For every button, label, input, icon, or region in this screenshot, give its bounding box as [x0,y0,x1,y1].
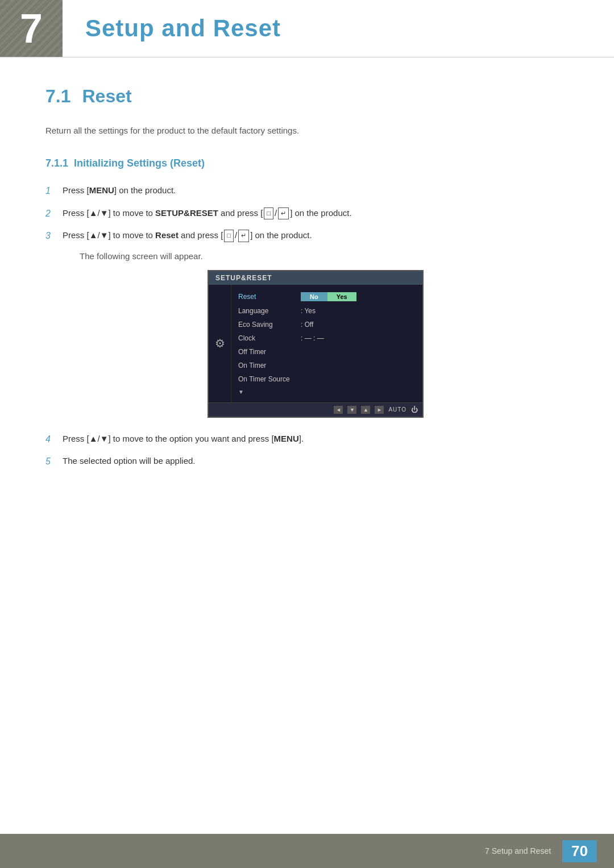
step-number-3: 3 [45,229,63,243]
step-number-2: 2 [45,206,63,221]
section-heading: 7.1Reset [45,86,569,107]
menu-item-reset: Reset No Yes [231,289,422,304]
menu-item-ontimersource: On Timer Source [231,372,422,386]
auto-button: AUTO [388,406,406,413]
step-text-1: Press [MENU] on the product. [63,184,569,197]
nav-btn-down: ▼ [347,406,356,414]
reset-label: Reset [238,293,301,301]
eco-value: : Off [301,321,313,329]
main-content: 7.1Reset Return all the settings for the… [0,86,614,469]
step-3-subtext: The following screen will appear. SETUP&… [63,251,569,418]
reset-options: No Yes [301,292,356,301]
step-text-2: Press [▲/▼] to move to SETUP&RESET and p… [63,206,569,220]
section-description: Return all the settings for the product … [45,124,569,138]
step-number-4: 4 [45,432,63,447]
section-title: Reset [82,86,131,106]
subsection-heading: 7.1.1 Initializing Settings (Reset) [45,157,569,169]
monitor-bottom-bar: ◄ ▼ ▲ ► AUTO ⏻ [209,402,422,417]
section-number: 7.1 [45,86,70,106]
language-label: Language [238,307,301,315]
ontimersource-label: On Timer Source [238,375,301,383]
monitor-screenshot: SETUP&RESET ⚙ Reset No Yes [208,270,424,418]
menu-item-eco: Eco Saving : Off [231,318,422,331]
menu-item-clock: Clock : — : — [231,331,422,345]
monitor-menu: Reset No Yes Language : Yes Eco Saving :… [231,285,422,402]
following-screen-text: The following screen will appear. [80,251,203,261]
power-button: ⏻ [411,406,418,414]
nav-btn-right: ► [375,406,384,414]
step-4: 4 Press [▲/▼] to move to the option you … [45,432,569,447]
chapter-title: Setup and Reset [85,15,281,42]
ontimer-label: On Timer [238,362,301,369]
chapter-number: 7 [20,5,43,52]
step-5: 5 The selected option will be applied. [45,454,569,469]
monitor-title: SETUP&RESET [209,271,422,285]
language-value: : Yes [301,307,316,315]
footer-chapter-label: 7 Setup and Reset [485,846,551,855]
clock-label: Clock [238,334,301,342]
menu-scroll-indicator: ▼ [231,386,422,398]
reset-option-no: No [301,292,327,301]
chapter-number-block: 7 [0,0,63,57]
footer-page-number: 70 [562,840,597,862]
monitor-content: ⚙ Reset No Yes Language : Yes [209,285,422,402]
step-number-5: 5 [45,454,63,469]
chapter-header: 7 Setup and Reset [0,0,614,57]
clock-value: : — : — [301,334,324,342]
step-3: 3 Press [▲/▼] to move to Reset and press… [45,229,569,243]
settings-icon: ⚙ [215,337,225,350]
scroll-down-icon: ▼ [238,389,244,395]
menu-item-language: Language : Yes [231,304,422,318]
nav-btn-left: ◄ [334,406,343,414]
reset-option-yes: Yes [327,292,356,301]
monitor-sidebar: ⚙ [209,285,231,402]
steps-list-continued: 4 Press [▲/▼] to move to the option you … [45,432,569,469]
steps-list: 1 Press [MENU] on the product. 2 Press [… [45,184,569,243]
page-footer: 7 Setup and Reset 70 [0,834,614,868]
menu-item-offtimer: Off Timer [231,345,422,359]
eco-label: Eco Saving [238,321,301,329]
step-text-4: Press [▲/▼] to move to the option you wa… [63,432,569,446]
menu-item-ontimer: On Timer [231,359,422,372]
step-text-3: Press [▲/▼] to move to Reset and press [… [63,229,569,242]
step-1: 1 Press [MENU] on the product. [45,184,569,198]
nav-btn-up: ▲ [361,406,370,414]
subsection-title: Initializing Settings (Reset) [74,157,205,169]
chapter-title-area: Setup and Reset [63,0,614,57]
step-text-5: The selected option will be applied. [63,454,569,468]
step-number-1: 1 [45,184,63,198]
offtimer-label: Off Timer [238,348,301,356]
subsection-number: 7.1.1 [45,157,68,169]
step-2: 2 Press [▲/▼] to move to SETUP&RESET and… [45,206,569,221]
